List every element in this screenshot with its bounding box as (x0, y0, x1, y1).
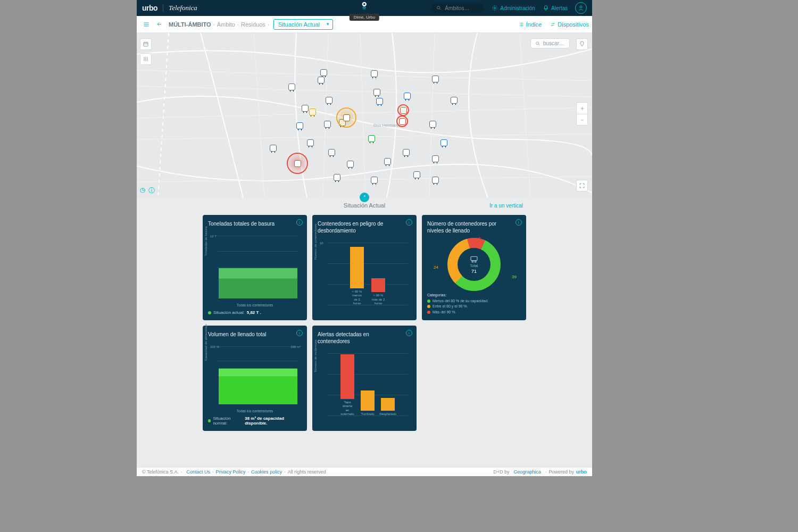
alerts-link[interactable]: Alertas (543, 5, 568, 11)
logo-urbo[interactable]: urbo (142, 4, 157, 12)
info-icon[interactable]: i (296, 330, 303, 336)
crumb-ambito[interactable]: Ámbito (217, 21, 235, 28)
logo-telefonica: Telefonica (169, 4, 197, 12)
geographica-link[interactable]: Geographica (513, 469, 541, 475)
user-avatar[interactable] (575, 2, 587, 14)
container-pin[interactable] (429, 121, 436, 128)
container-pin[interactable] (334, 174, 340, 181)
svg-point-13 (472, 261, 473, 262)
map-pin-button[interactable] (576, 38, 588, 50)
svg-point-1 (363, 3, 365, 5)
back-button[interactable] (153, 18, 165, 31)
container-pin-blue[interactable] (404, 93, 411, 99)
container-pin[interactable] (371, 177, 378, 184)
map-layers-button[interactable] (140, 53, 152, 65)
card-title: Volumen de llenado total (208, 331, 282, 338)
gear-icon (492, 5, 498, 11)
volume-chart (219, 346, 297, 404)
dispositivos-link[interactable]: Dispositivos (550, 21, 589, 28)
fullscreen-icon (579, 182, 585, 189)
search-icon (535, 41, 541, 46)
collapse-toggle[interactable]: ˄ (360, 193, 369, 202)
card-alerts: Alertas detectadas en contenedores i Núm… (312, 326, 417, 431)
card-overflow: Contenedores en peligro de desbordamient… (312, 215, 417, 320)
container-pin[interactable] (373, 89, 380, 96)
page-footer: © Telefónica S.A. · Contact Us· Privacy … (137, 467, 592, 476)
container-pin-yellow[interactable] (309, 109, 316, 115)
topbar: urbo Telefonica Dime, Urbo Ámbitos… Admi… (137, 0, 592, 16)
map-calendar-button[interactable] (140, 38, 152, 50)
hamburger-button[interactable] (140, 18, 153, 31)
ambitos-search[interactable]: Ámbitos… (431, 4, 484, 13)
donut-legend: Categorías: Menos del 80 % de su capacid… (427, 293, 521, 315)
bell-icon (543, 5, 549, 11)
hotspot-orange[interactable] (336, 107, 356, 128)
map-fullscreen-button[interactable] (576, 180, 588, 192)
container-pin[interactable] (307, 139, 314, 146)
info-icon[interactable]: i (516, 219, 522, 226)
container-pin[interactable] (347, 161, 354, 168)
container-pin-blue[interactable] (376, 98, 383, 105)
calendar-icon (143, 41, 149, 47)
zoom-in-button[interactable]: ＋ (576, 102, 588, 114)
beacon-label: Dime, Urbo (350, 14, 379, 21)
map-view[interactable]: Dos Hermanas buscar… ＋ － ◷ ⓘ (137, 33, 592, 198)
beacon-icon (359, 1, 370, 12)
container-pin-green[interactable] (368, 135, 375, 142)
container-pin[interactable] (320, 69, 327, 76)
container-pin[interactable] (451, 97, 458, 104)
crumb-residuos[interactable]: Residuos (241, 21, 265, 28)
hotspot-red-small[interactable] (397, 104, 409, 116)
search-icon (436, 5, 442, 11)
container-pin[interactable] (384, 158, 391, 165)
container-pin[interactable] (328, 149, 335, 156)
cookies-link[interactable]: Cookies policy (251, 469, 282, 475)
pin-icon (579, 41, 585, 47)
info-icon[interactable]: ⓘ (148, 186, 155, 195)
card-volume: Volumen de llenado total i Capacidad de … (203, 326, 307, 431)
container-pin[interactable] (270, 145, 277, 152)
map-search[interactable]: buscar… (530, 38, 570, 48)
indice-link[interactable]: Índice (519, 21, 542, 28)
map-bottom-icons: ◷ ⓘ (140, 186, 155, 195)
container-pin[interactable] (318, 77, 325, 84)
vertical-link[interactable]: Ir a un vertical (489, 203, 523, 209)
container-pin[interactable] (403, 149, 410, 156)
container-pin[interactable] (371, 70, 378, 77)
svg-rect-11 (219, 268, 297, 279)
hotspot-red-small[interactable] (396, 115, 408, 127)
container-pin[interactable] (302, 105, 309, 112)
card-title: Toneladas totales de basura (208, 220, 282, 227)
zoom-out-button[interactable]: － (576, 114, 588, 126)
clock-icon[interactable]: ◷ (140, 186, 145, 195)
container-pin-blue[interactable] (296, 122, 303, 129)
container-pin[interactable] (288, 84, 295, 90)
container-pin[interactable] (413, 171, 420, 178)
privacy-link[interactable]: Privacy Policy (216, 469, 246, 475)
section-header: ˄ Situación Actual Ir a un vertical (137, 198, 592, 213)
container-pin[interactable] (432, 76, 439, 82)
info-icon[interactable]: i (406, 330, 412, 336)
info-icon[interactable]: i (406, 219, 412, 226)
svg-point-8 (536, 41, 539, 44)
crumb-current-dropdown[interactable]: Situación Actual (273, 19, 333, 30)
user-icon (578, 5, 584, 11)
container-pin[interactable] (324, 121, 331, 128)
container-pin[interactable] (432, 177, 439, 184)
admin-link[interactable]: Administración (492, 5, 535, 11)
hamburger-icon (143, 21, 150, 28)
info-icon[interactable]: i (296, 219, 303, 226)
beacon-center[interactable]: Dime, Urbo (350, 0, 379, 21)
container-pin[interactable] (432, 155, 439, 162)
tons-chart (219, 236, 297, 298)
container-pin-blue[interactable] (440, 139, 447, 146)
back-arrow-icon (155, 21, 163, 28)
container-icon (470, 255, 478, 263)
columns-icon (143, 56, 149, 62)
contact-link[interactable]: Contact Us (187, 469, 211, 475)
map-streets: Dos Hermanas (137, 33, 592, 198)
rights: All rights reserved (288, 469, 326, 475)
crumb-root[interactable]: MÚLTI-ÁMBITO (169, 21, 211, 28)
hotspot-red-large[interactable] (287, 153, 308, 174)
container-pin[interactable] (326, 97, 332, 104)
